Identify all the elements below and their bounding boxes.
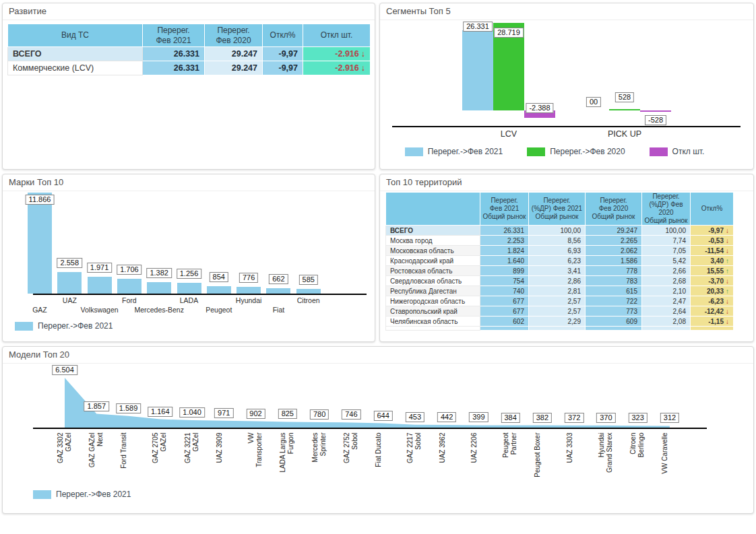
model-label-9: GAZ 2752 Sobol: [342, 433, 360, 490]
category-label-gaz: GAZ: [32, 306, 47, 314]
category-label-fiat: Fiat: [273, 306, 285, 314]
table-row[interactable]: ВСЕГО26.33129.247-9,97-2.916↓: [8, 47, 371, 61]
bar-uaz[interactable]: [57, 272, 82, 294]
value-cell: [586, 327, 642, 331]
territory-label-cell[interactable]: Краснодарский край: [386, 256, 480, 266]
table-row[interactable]: Коммерческие (LCV)26.33129.247-9,97-2.91…: [8, 61, 371, 75]
column-header: Перерег. (%ДР) Фев 2020 Общий рынок: [642, 193, 691, 226]
legend[interactable]: Перерег.->Фев 2021Перерег.->Фев 2020Откл…: [380, 147, 753, 156]
bar-lcv-2021[interactable]: [462, 30, 493, 110]
value-cell: 722: [586, 296, 642, 306]
value-cell: 2.062: [586, 246, 642, 256]
segments-chart[interactable]: 26.3310028.719528-2.388-528LCVPICK UPПер…: [380, 3, 753, 169]
row-label-cell[interactable]: Коммерческие (LCV): [8, 61, 143, 75]
category-label-mercedes-benz: Mercedes-Benz: [134, 306, 184, 314]
model-label-18: Citroen Berlingo: [629, 433, 647, 490]
panel-segments: Сегменты Топ 5 26.3310028.719528-2.388-5…: [379, 3, 754, 170]
model-label-3: GAZ 2705 GAZel: [152, 433, 169, 490]
bar-peugeot[interactable]: [207, 286, 231, 294]
panel-development: Развитие Вид ТСПеререг. Фев 2021Перерег.…: [2, 3, 375, 170]
bar-citroen[interactable]: [296, 289, 321, 294]
column-header: Перерег. Фев 2020: [205, 24, 263, 47]
value-cell: 1.640: [480, 256, 529, 266]
value-label: -2.388: [526, 103, 553, 113]
bar-lada[interactable]: [177, 283, 201, 294]
table-row[interactable]: Нижегородская область6772,577222,47-6,23…: [386, 296, 734, 306]
category-label-uaz: UAZ: [63, 296, 77, 304]
territory-label-cell[interactable]: Московская область: [386, 246, 480, 256]
value-label: 2.558: [57, 258, 83, 268]
legend-item[interactable]: Перерег.->Фев 2021: [15, 321, 113, 331]
territory-label-cell[interactable]: Республика Дагестан: [386, 286, 480, 296]
table-row[interactable]: Москва город2.2538,562.2657,74-0,53↓: [386, 236, 734, 246]
bar-fiat[interactable]: [266, 288, 290, 294]
bar-ford[interactable]: [117, 279, 141, 294]
down-arrow-icon: ↓: [726, 227, 729, 234]
row-label-cell[interactable]: ВСЕГО: [8, 47, 143, 61]
up-arrow-icon: ↑: [726, 257, 729, 265]
value-cell: [480, 327, 529, 331]
value-cell: 783: [586, 276, 642, 286]
bar-hyundai[interactable]: [237, 287, 261, 294]
legend-label: Перерег.->Фев 2020: [550, 147, 625, 156]
territories-table-grid: Перерег. Фев 2021 Общий рынокПеререг. (%…: [385, 192, 734, 331]
bar-volkswagen[interactable]: [88, 277, 112, 294]
legend-item[interactable]: Перерег.->Фев 2020: [527, 147, 625, 156]
table-row[interactable]: Челябинская область6022,296092,08-1,15↓: [386, 316, 734, 327]
territory-label-cell[interactable]: Свердловская область: [386, 276, 480, 286]
legend-item[interactable]: Перерег.->Фев 2021: [405, 147, 503, 156]
bar-pick-up-2020[interactable]: [609, 109, 640, 110]
deviation-pct-cell: 15,55↑: [691, 266, 734, 276]
table-row[interactable]: ВСЕГО26.331100,0029.247100,00-9,97↓: [386, 226, 734, 236]
bar-pick-up-deviation[interactable]: [640, 110, 671, 112]
legend-item[interactable]: Откл шт.: [650, 147, 705, 156]
value-cell: 2,10: [642, 286, 691, 296]
bar-gaz[interactable]: [28, 193, 52, 294]
bar-mercedes-benz[interactable]: [147, 282, 171, 294]
model-label-11: GAZ 2217 Sobol: [406, 433, 424, 490]
table-row[interactable]: Ростовская область8993,417782,6615,55↑: [386, 266, 734, 276]
territory-label-cell[interactable]: Ростовская область: [386, 266, 480, 276]
territory-label-cell[interactable]: Челябинская область: [386, 316, 480, 327]
value-label: 780: [310, 409, 329, 420]
deviation-pct-cell: 3,40↑: [691, 256, 734, 266]
territory-label-cell[interactable]: Москва город: [386, 236, 480, 246]
value-label: 1.589: [116, 403, 141, 413]
value-cell: [642, 327, 691, 331]
legend[interactable]: Перерег.->Фев 2021: [15, 321, 137, 331]
header-row: Вид ТСПеререг. Фев 2021Перерег. Фев 2020…: [8, 24, 371, 47]
territory-label-cell[interactable]: ВСЕГО: [386, 226, 480, 236]
value-cell: 609: [586, 316, 642, 327]
partial-row: [386, 327, 734, 331]
value-cell: 26.331: [480, 226, 529, 236]
table-row[interactable]: Республика Дагестан7402,816152,1020,33↑: [386, 286, 734, 296]
value-label: 399: [469, 412, 488, 422]
model-label-12: UAZ 3962: [438, 433, 455, 490]
model-label-15: Peugeot Boxer: [534, 433, 551, 490]
value-cell: 773: [586, 306, 642, 316]
header-row: Перерег. Фев 2021 Общий рынокПеререг. (%…: [386, 193, 734, 226]
category-label-lcv: LCV: [501, 129, 517, 139]
table-row[interactable]: Свердловская область7542,867832,68-3,70↓: [386, 276, 734, 286]
brands-chart[interactable]: 11.866GAZ2.558UAZ1.971Volkswagen1.706For…: [3, 174, 375, 341]
panel-territories: Топ 10 территорий Перерег. Фев 2021 Общи…: [379, 174, 754, 342]
value-cell: 8,56: [529, 236, 586, 246]
column-header: [386, 193, 480, 226]
column-header: Вид ТС: [8, 24, 143, 47]
value-label: 382: [533, 413, 552, 423]
panel-brands: Марки Топ 10 11.866GAZ2.558UAZ1.971Volks…: [2, 174, 375, 342]
territory-label-cell[interactable]: Нижегородская область: [386, 296, 480, 306]
model-label-17: Hyundai Grand Starex: [597, 433, 615, 490]
value-cell: 1.824: [480, 246, 529, 256]
panel-title-territories: Топ 10 территорий: [380, 174, 753, 191]
legend[interactable]: Перерег.->Фев 2021: [33, 490, 155, 499]
legend-item[interactable]: Перерег.->Фев 2021: [33, 490, 131, 499]
table-row[interactable]: Краснодарский край1.6406,231.5865,423,40…: [386, 256, 734, 266]
deviation-pct-cell: -12,42↓: [691, 306, 734, 316]
value-cell: 2,29: [529, 316, 586, 327]
table-row[interactable]: Ставропольский край6772,577732,64-12,42↓: [386, 306, 734, 316]
models-chart[interactable]: 6.504GAZ 3302 GAZel1.857GAZ GAZel Next1.…: [3, 347, 753, 513]
table-row[interactable]: Московская область1.8246,932.0627,05-11,…: [386, 246, 734, 256]
down-arrow-icon: ↓: [361, 49, 365, 59]
territory-label-cell[interactable]: Ставропольский край: [386, 306, 480, 316]
